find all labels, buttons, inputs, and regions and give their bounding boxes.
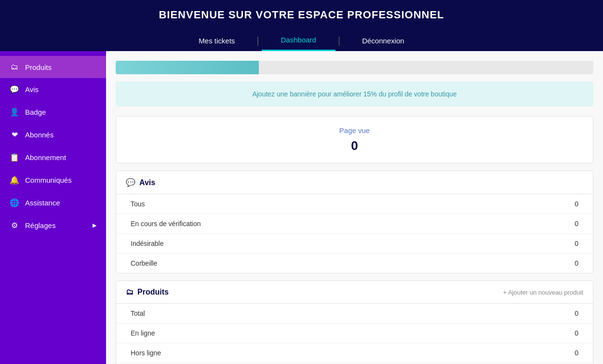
sidebar-item-badge[interactable]: 👤 Badge <box>0 101 106 123</box>
header-title: BIENVENUE SUR VOTRE ESPACE PROFESSIONNEL <box>0 9 603 21</box>
produits-row-enligne: En ligne 0 <box>116 324 593 343</box>
sidebar-label-communiques: Communiqués <box>25 176 72 184</box>
sidebar-label-abonnes: Abonnés <box>25 131 54 139</box>
communiques-icon: 🔔 <box>10 175 19 185</box>
sidebar-item-communiques[interactable]: 🔔 Communiqués <box>0 169 106 191</box>
avis-verification-value: 0 <box>575 220 578 228</box>
avis-row-verification: En cours de vérification 0 <box>116 214 593 234</box>
produits-section: 🗂 Produits + Ajouter un nouveau produit … <box>116 281 593 364</box>
avis-section-icon: 💬 <box>126 178 135 187</box>
avis-indesirable-label: Indésirable <box>131 240 164 247</box>
avis-corbeille-label: Corbeille <box>131 259 157 267</box>
nav-item-tickets[interactable]: Mes tickets <box>179 31 254 51</box>
produits-enligne-label: En ligne <box>131 329 155 337</box>
nav-divider-1: | <box>254 35 261 46</box>
main-layout: 🗂 Produits 💬 Avis 👤 Badge ❤ Abonnés 📋 Ab… <box>0 51 603 364</box>
sidebar-label-assistance: Assistance <box>25 199 60 207</box>
avis-row-indesirable: Indésirable 0 <box>116 234 593 254</box>
avis-header: 💬 Avis <box>116 171 593 194</box>
nav-item-dashboard[interactable]: Dashboard <box>262 30 335 51</box>
page-vue-label: Page vue <box>126 126 583 135</box>
produits-icon: 🗂 <box>10 63 19 71</box>
produits-row-total: Total 0 <box>116 304 593 324</box>
sidebar-item-avis[interactable]: 💬 Avis <box>0 78 106 101</box>
abonnes-icon: ❤ <box>10 130 19 139</box>
header: BIENVENUE SUR VOTRE ESPACE PROFESSIONNEL… <box>0 0 603 51</box>
produits-title: 🗂 Produits <box>126 288 169 297</box>
avis-icon: 💬 <box>10 85 19 94</box>
sidebar-item-abonnes[interactable]: ❤ Abonnés <box>0 123 106 146</box>
produits-section-icon: 🗂 <box>126 288 134 297</box>
avis-row-corbeille: Corbeille 0 <box>116 254 593 273</box>
progress-bar <box>116 61 259 74</box>
badge-icon: 👤 <box>10 108 19 117</box>
avis-section: 💬 Avis Tous 0 En cours de vérification 0… <box>116 171 593 273</box>
sidebar-label-produits: Produits <box>25 63 52 71</box>
produits-header: 🗂 Produits + Ajouter un nouveau produit <box>116 281 593 304</box>
produits-enligne-value: 0 <box>575 329 578 337</box>
avis-title: 💬 Avis <box>126 178 155 187</box>
avis-row-tous: Tous 0 <box>116 194 593 214</box>
sidebar-item-reglages[interactable]: ⚙ Réglages ▶ <box>0 214 106 237</box>
avis-verification-label: En cours de vérification <box>131 220 201 228</box>
sidebar-item-produits[interactable]: 🗂 Produits <box>0 56 106 78</box>
abonnement-icon: 📋 <box>10 153 19 162</box>
avis-tous-value: 0 <box>575 200 578 208</box>
main-content: 30% du profil complété Ajoutez une banni… <box>106 51 603 364</box>
add-product-button[interactable]: + Ajouter un nouveau produit <box>503 289 583 296</box>
header-nav: Mes tickets | Dashboard | Déconnexion <box>0 30 603 51</box>
avis-indesirable-value: 0 <box>575 240 578 247</box>
produits-horsligne-value: 0 <box>575 349 578 357</box>
nav-item-deconnexion[interactable]: Déconnexion <box>343 31 424 51</box>
page-vue-value: 0 <box>126 138 583 153</box>
sidebar-label-avis: Avis <box>25 85 39 94</box>
sidebar: 🗂 Produits 💬 Avis 👤 Badge ❤ Abonnés 📋 Ab… <box>0 51 106 364</box>
assistance-icon: 🌐 <box>10 198 19 207</box>
produits-horsligne-label: Hors ligne <box>131 349 161 357</box>
sidebar-label-reglages: Réglages <box>25 221 55 229</box>
nav-divider-2: | <box>335 35 343 46</box>
sidebar-item-assistance[interactable]: 🌐 Assistance <box>0 191 106 214</box>
reglages-arrow: ▶ <box>93 222 96 229</box>
avis-tous-label: Tous <box>131 200 145 208</box>
sidebar-item-abonnement[interactable]: 📋 Abonnement <box>0 146 106 169</box>
produits-row-horsligne: Hors ligne 0 <box>116 343 593 363</box>
page-vue-card: Page vue 0 <box>116 116 593 163</box>
sidebar-label-badge: Badge <box>25 108 46 116</box>
avis-corbeille-value: 0 <box>575 259 578 267</box>
sidebar-label-abonnement: Abonnement <box>25 153 66 162</box>
banner-hint[interactable]: Ajoutez une bannière pour améliorer 15% … <box>116 81 593 107</box>
progress-container: 30% du profil complété <box>116 61 593 74</box>
reglages-icon: ⚙ <box>10 221 19 230</box>
produits-total-value: 0 <box>575 310 578 317</box>
produits-total-label: Total <box>131 310 145 317</box>
